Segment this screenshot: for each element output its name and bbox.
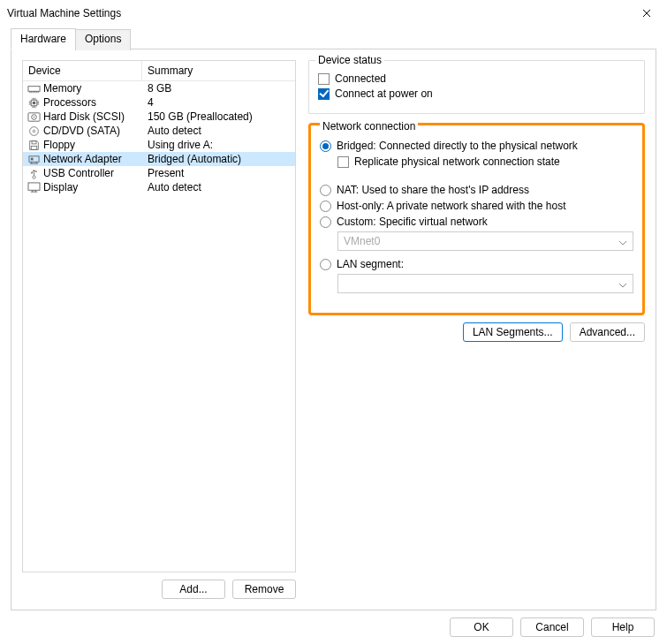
col-summary[interactable]: Summary	[142, 61, 295, 80]
connect-poweron-checkbox[interactable]	[318, 88, 330, 100]
tab-options[interactable]: Options	[75, 29, 131, 50]
nat-label: NAT: Used to share the host's IP address	[337, 184, 529, 196]
device-summary: Auto detect	[148, 181, 201, 193]
svg-rect-15	[28, 182, 40, 189]
lansegment-label: LAN segment:	[337, 258, 404, 270]
custom-network-value: VMnet0	[344, 235, 380, 247]
hostonly-radio[interactable]	[320, 201, 331, 212]
memory-icon	[27, 81, 41, 95]
device-name: Processors	[43, 96, 96, 109]
device-summary: 8 GB	[148, 82, 171, 95]
svg-point-14	[35, 170, 37, 172]
window-title: Virtual Machine Settings	[7, 7, 626, 19]
connected-label: Connected	[335, 72, 386, 85]
table-row[interactable]: Network AdapterBridged (Automatic)	[23, 152, 295, 166]
device-name: Floppy	[43, 139, 75, 151]
chevron-down-icon	[618, 238, 627, 250]
replicate-checkbox[interactable]	[337, 156, 349, 168]
device-name: Hard Disk (SCSI)	[43, 110, 125, 123]
bridged-label: Bridged: Connected directly to the physi…	[337, 140, 578, 152]
close-icon	[642, 9, 651, 18]
replicate-label: Replicate physical network connection st…	[354, 155, 560, 168]
device-status-legend: Device status	[315, 54, 384, 66]
device-summary: Auto detect	[148, 125, 201, 137]
dialog-footer: OK Cancel Help	[450, 617, 655, 637]
table-row[interactable]: Hard Disk (SCSI)150 GB (Preallocated)	[23, 110, 295, 124]
connect-poweron-label: Connect at power on	[335, 87, 433, 100]
connected-checkbox[interactable]	[318, 73, 330, 85]
table-row[interactable]: Memory8 GB	[23, 81, 295, 95]
device-name: Display	[43, 181, 78, 193]
svg-point-6	[29, 126, 38, 135]
titlebar: Virtual Machine Settings	[0, 0, 667, 27]
device-name: Memory	[43, 82, 81, 95]
svg-rect-8	[32, 140, 36, 143]
device-status-group: Device status Connected Connect at power…	[308, 60, 645, 114]
cancel-button[interactable]: Cancel	[520, 617, 584, 637]
remove-button[interactable]: Remove	[232, 580, 296, 599]
col-device[interactable]: Device	[23, 61, 142, 80]
svg-rect-9	[31, 146, 37, 149]
svg-rect-13	[31, 171, 33, 173]
custom-radio[interactable]	[320, 216, 331, 228]
ok-button[interactable]: OK	[450, 617, 513, 637]
device-summary: 4	[148, 96, 154, 109]
net-icon	[27, 152, 41, 166]
close-button[interactable]	[626, 0, 667, 27]
svg-rect-0	[27, 86, 39, 91]
table-row[interactable]: USB ControllerPresent	[23, 166, 295, 180]
svg-point-7	[33, 130, 34, 132]
table-row[interactable]: CD/DVD (SATA)Auto detect	[23, 124, 295, 138]
lan-segments-button[interactable]: LAN Segments...	[463, 322, 563, 342]
device-name: USB Controller	[43, 167, 114, 179]
tabs: Hardware Options	[11, 28, 656, 49]
network-connection-highlight: Network connection Bridged: Connected di…	[308, 123, 645, 315]
usb-icon	[27, 166, 41, 180]
custom-label: Custom: Specific virtual network	[337, 216, 488, 228]
hdd-icon	[27, 110, 41, 124]
device-table: Device Summary Memory8 GBProcessors4Hard…	[22, 60, 296, 572]
lansegment-radio[interactable]	[320, 259, 331, 270]
device-summary: Bridged (Automatic)	[148, 153, 241, 165]
cd-icon	[27, 124, 41, 138]
svg-rect-2	[32, 101, 34, 103]
network-connection-legend: Network connection	[320, 120, 418, 133]
tab-hardware[interactable]: Hardware	[11, 28, 76, 49]
custom-network-combo[interactable]: VMnet0	[337, 231, 633, 251]
bridged-radio[interactable]	[320, 140, 331, 152]
device-summary: 150 GB (Preallocated)	[148, 110, 253, 123]
table-row[interactable]: DisplayAuto detect	[23, 180, 295, 194]
table-row[interactable]: FloppyUsing drive A:	[23, 138, 295, 152]
svg-rect-10	[28, 155, 38, 162]
device-summary: Using drive A:	[148, 139, 213, 151]
hostonly-label: Host-only: A private network shared with…	[337, 200, 565, 212]
table-row[interactable]: Processors4	[23, 95, 295, 110]
svg-point-5	[33, 116, 34, 117]
tab-panel: Device Summary Memory8 GBProcessors4Hard…	[11, 49, 656, 610]
lansegment-combo[interactable]	[337, 274, 633, 293]
chevron-down-icon	[618, 280, 627, 292]
floppy-icon	[27, 138, 41, 152]
device-name: CD/DVD (SATA)	[43, 125, 120, 137]
cpu-icon	[27, 95, 41, 110]
svg-rect-11	[30, 157, 33, 160]
display-icon	[27, 180, 41, 194]
advanced-button[interactable]: Advanced...	[570, 322, 645, 342]
add-button[interactable]: Add...	[162, 580, 225, 599]
help-button[interactable]: Help	[591, 617, 655, 637]
svg-point-12	[32, 175, 34, 178]
device-name: Network Adapter	[43, 153, 122, 165]
nat-radio[interactable]	[320, 185, 331, 196]
device-summary: Present	[148, 167, 184, 179]
table-header: Device Summary	[23, 61, 295, 81]
